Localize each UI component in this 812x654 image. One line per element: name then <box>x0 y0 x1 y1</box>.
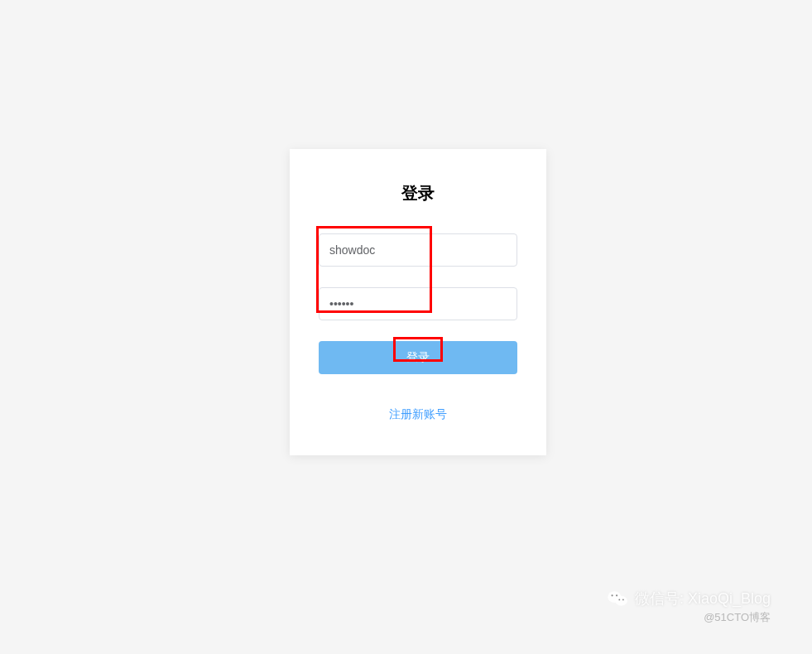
username-input[interactable] <box>319 233 517 267</box>
svg-point-5 <box>622 599 624 600</box>
svg-point-2 <box>611 594 613 596</box>
svg-point-3 <box>616 594 617 596</box>
svg-point-1 <box>615 596 627 606</box>
wechat-line: 微信号: XiaoQi_Blog <box>607 589 771 608</box>
register-link[interactable]: 注册新账号 <box>306 407 530 422</box>
login-button[interactable]: 登录 <box>319 341 517 374</box>
watermark: 微信号: XiaoQi_Blog @51CTO博客 <box>607 589 771 625</box>
wechat-prefix: 微信号: <box>635 590 684 607</box>
wechat-id: XiaoQi_Blog <box>688 590 771 607</box>
login-title: 登录 <box>306 182 530 204</box>
blog-credit: @51CTO博客 <box>704 610 771 625</box>
password-input[interactable] <box>319 287 517 320</box>
wechat-icon <box>607 589 628 608</box>
wechat-text: 微信号: XiaoQi_Blog <box>635 589 771 608</box>
login-card: 登录 登录 注册新账号 <box>290 149 546 455</box>
svg-point-4 <box>618 599 620 600</box>
username-wrapper <box>306 233 530 267</box>
password-wrapper <box>306 287 530 320</box>
